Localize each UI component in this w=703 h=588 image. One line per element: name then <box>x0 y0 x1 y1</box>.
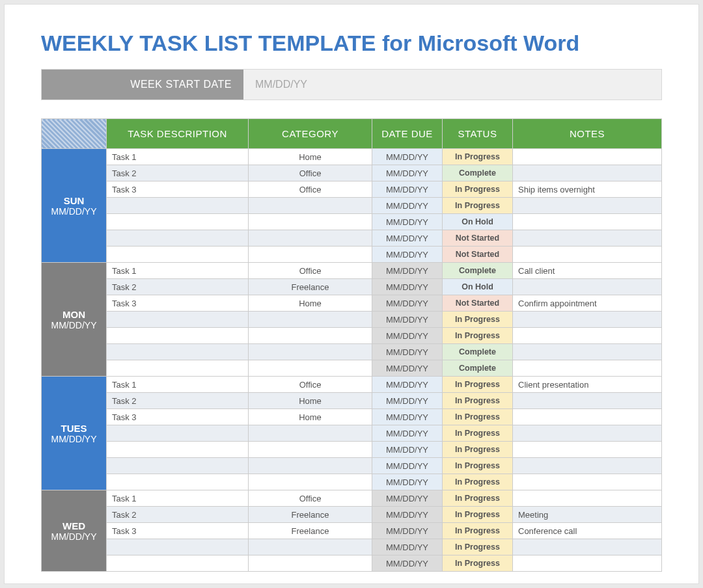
category-cell[interactable]: Freelance <box>249 507 372 523</box>
date-due-cell[interactable]: MM/DD/YY <box>372 474 443 490</box>
date-due-cell[interactable]: MM/DD/YY <box>372 360 443 377</box>
notes-cell[interactable] <box>513 458 662 474</box>
task-description-cell[interactable] <box>107 442 249 458</box>
task-description-cell[interactable]: Task 3 <box>107 409 249 425</box>
date-due-cell[interactable]: MM/DD/YY <box>372 539 443 555</box>
task-description-cell[interactable]: Task 2 <box>107 393 249 409</box>
category-cell[interactable] <box>249 230 372 247</box>
category-cell[interactable] <box>249 360 372 377</box>
task-description-cell[interactable] <box>107 230 249 247</box>
category-cell[interactable]: Office <box>249 181 372 198</box>
category-cell[interactable] <box>249 214 372 230</box>
category-cell[interactable]: Home <box>249 149 372 165</box>
category-cell[interactable] <box>249 555 372 572</box>
category-cell[interactable] <box>249 344 372 360</box>
status-cell[interactable]: In Progress <box>443 181 513 198</box>
notes-cell[interactable] <box>513 393 662 409</box>
notes-cell[interactable] <box>513 555 662 572</box>
notes-cell[interactable] <box>513 328 662 344</box>
status-cell[interactable]: In Progress <box>443 458 513 474</box>
task-description-cell[interactable] <box>107 247 249 263</box>
task-description-cell[interactable] <box>107 425 249 442</box>
date-due-cell[interactable]: MM/DD/YY <box>372 263 443 279</box>
category-cell[interactable] <box>249 539 372 555</box>
task-description-cell[interactable]: Task 2 <box>107 507 249 523</box>
status-cell[interactable]: In Progress <box>443 377 513 393</box>
task-description-cell[interactable] <box>107 328 249 344</box>
date-due-cell[interactable]: MM/DD/YY <box>372 377 443 393</box>
date-due-cell[interactable]: MM/DD/YY <box>372 442 443 458</box>
notes-cell[interactable] <box>513 539 662 555</box>
task-description-cell[interactable]: Task 1 <box>107 377 249 393</box>
notes-cell[interactable] <box>513 409 662 425</box>
task-description-cell[interactable]: Task 2 <box>107 279 249 295</box>
notes-cell[interactable] <box>513 165 662 181</box>
category-cell[interactable]: Home <box>249 295 372 312</box>
notes-cell[interactable]: Conference call <box>513 523 662 539</box>
notes-cell[interactable] <box>513 312 662 328</box>
notes-cell[interactable] <box>513 230 662 247</box>
status-cell[interactable]: On Hold <box>443 214 513 230</box>
category-cell[interactable] <box>249 474 372 490</box>
status-cell[interactable]: On Hold <box>443 279 513 295</box>
notes-cell[interactable] <box>513 247 662 263</box>
task-description-cell[interactable] <box>107 360 249 377</box>
status-cell[interactable]: In Progress <box>443 393 513 409</box>
category-cell[interactable] <box>249 247 372 263</box>
status-cell[interactable]: In Progress <box>443 507 513 523</box>
notes-cell[interactable]: Ship items overnight <box>513 181 662 198</box>
date-due-cell[interactable]: MM/DD/YY <box>372 425 443 442</box>
status-cell[interactable]: Complete <box>443 263 513 279</box>
date-due-cell[interactable]: MM/DD/YY <box>372 523 443 539</box>
task-description-cell[interactable]: Task 2 <box>107 165 249 181</box>
category-cell[interactable] <box>249 198 372 214</box>
date-due-cell[interactable]: MM/DD/YY <box>372 149 443 165</box>
notes-cell[interactable] <box>513 490 662 507</box>
task-description-cell[interactable]: Task 3 <box>107 295 249 312</box>
notes-cell[interactable] <box>513 279 662 295</box>
category-cell[interactable]: Office <box>249 377 372 393</box>
task-description-cell[interactable] <box>107 214 249 230</box>
category-cell[interactable]: Office <box>249 263 372 279</box>
date-due-cell[interactable]: MM/DD/YY <box>372 490 443 507</box>
task-description-cell[interactable]: Task 1 <box>107 263 249 279</box>
status-cell[interactable]: In Progress <box>443 490 513 507</box>
status-cell[interactable]: In Progress <box>443 328 513 344</box>
status-cell[interactable]: Not Started <box>443 295 513 312</box>
status-cell[interactable]: In Progress <box>443 425 513 442</box>
category-cell[interactable] <box>249 425 372 442</box>
task-description-cell[interactable] <box>107 458 249 474</box>
status-cell[interactable]: In Progress <box>443 442 513 458</box>
status-cell[interactable]: In Progress <box>443 539 513 555</box>
date-due-cell[interactable]: MM/DD/YY <box>372 458 443 474</box>
notes-cell[interactable]: Call client <box>513 263 662 279</box>
status-cell[interactable]: In Progress <box>443 523 513 539</box>
status-cell[interactable]: In Progress <box>443 198 513 214</box>
date-due-cell[interactable]: MM/DD/YY <box>372 181 443 198</box>
status-cell[interactable]: Not Started <box>443 230 513 247</box>
date-due-cell[interactable]: MM/DD/YY <box>372 295 443 312</box>
date-due-cell[interactable]: MM/DD/YY <box>372 247 443 263</box>
notes-cell[interactable]: Meeting <box>513 507 662 523</box>
status-cell[interactable]: In Progress <box>443 312 513 328</box>
status-cell[interactable]: In Progress <box>443 474 513 490</box>
notes-cell[interactable] <box>513 214 662 230</box>
date-due-cell[interactable]: MM/DD/YY <box>372 555 443 572</box>
task-description-cell[interactable]: Task 3 <box>107 523 249 539</box>
category-cell[interactable] <box>249 442 372 458</box>
notes-cell[interactable]: Client presentation <box>513 377 662 393</box>
category-cell[interactable]: Freelance <box>249 523 372 539</box>
status-cell[interactable]: In Progress <box>443 555 513 572</box>
date-due-cell[interactable]: MM/DD/YY <box>372 214 443 230</box>
notes-cell[interactable] <box>513 360 662 377</box>
notes-cell[interactable] <box>513 474 662 490</box>
week-start-input[interactable]: MM/DD/YY <box>243 70 661 100</box>
date-due-cell[interactable]: MM/DD/YY <box>372 198 443 214</box>
date-due-cell[interactable]: MM/DD/YY <box>372 507 443 523</box>
status-cell[interactable]: Not Started <box>443 247 513 263</box>
category-cell[interactable]: Office <box>249 165 372 181</box>
task-description-cell[interactable] <box>107 539 249 555</box>
status-cell[interactable]: Complete <box>443 344 513 360</box>
task-description-cell[interactable] <box>107 344 249 360</box>
task-description-cell[interactable] <box>107 474 249 490</box>
